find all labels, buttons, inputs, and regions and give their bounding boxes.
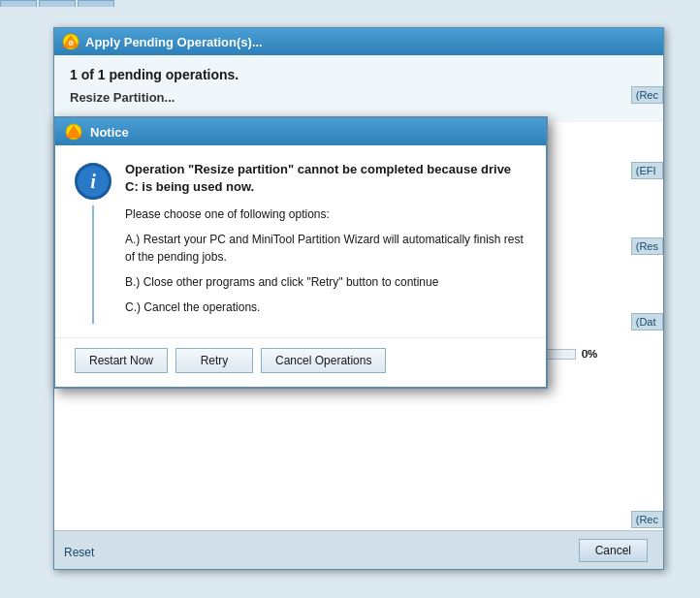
label-dat: (Dat bbox=[631, 313, 663, 330]
notice-title: Notice bbox=[90, 125, 129, 140]
cancel-operations-button[interactable]: Cancel Operations bbox=[261, 348, 386, 373]
notice-body-text: Please choose one of following options: … bbox=[125, 205, 526, 316]
app-background: ⚙ Apply Pending Operation(s)... 1 of 1 p… bbox=[0, 0, 700, 598]
pending-modal-bottom-bar: Reset Cancel bbox=[54, 530, 663, 569]
label-efi: (EFI bbox=[631, 162, 663, 179]
retry-button[interactable]: Retry bbox=[175, 348, 253, 373]
label-res: (Res bbox=[631, 237, 663, 255]
notice-titlebar-icon bbox=[65, 123, 82, 141]
notice-intro: Please choose one of following options: bbox=[125, 205, 526, 223]
label-rec-bottom: (Rec bbox=[631, 511, 663, 528]
notice-icon-column: i bbox=[75, 161, 111, 324]
right-labels: (Rec (EFI (Res (Dat bbox=[631, 86, 663, 332]
label-rec: (Rec bbox=[631, 86, 663, 104]
notice-vertical-line bbox=[92, 205, 94, 324]
cancel-button[interactable]: Cancel bbox=[579, 539, 648, 562]
reset-label: Reset bbox=[64, 546, 94, 559]
progress-label-3: 0% bbox=[582, 348, 597, 360]
pending-modal-titlebar: ⚙ Apply Pending Operation(s)... bbox=[54, 28, 663, 55]
notice-content: Operation "Resize partition" cannot be c… bbox=[125, 161, 526, 324]
pending-subtitle: Resize Partition... bbox=[70, 90, 648, 105]
notice-body: i Operation "Resize partition" cannot be… bbox=[55, 145, 546, 337]
notice-option-c: C.) Cancel the operations. bbox=[125, 299, 526, 316]
notice-option-a: A.) Restart your PC and MiniTool Partiti… bbox=[125, 231, 526, 266]
tab-2[interactable] bbox=[39, 0, 76, 7]
notice-footer: Restart Now Retry Cancel Operations bbox=[55, 337, 546, 387]
notice-title-text: Operation "Resize partition" cannot be c… bbox=[125, 161, 526, 196]
info-icon: i bbox=[75, 163, 111, 200]
pending-modal-icon: ⚙ bbox=[62, 33, 80, 50]
notice-dialog: Notice i Operation "Resize partition" ca… bbox=[53, 116, 548, 389]
tab-1[interactable] bbox=[0, 0, 37, 7]
restart-now-button[interactable]: Restart Now bbox=[75, 348, 168, 373]
notice-option-b: B.) Close other programs and click "Retr… bbox=[125, 273, 526, 291]
svg-text:⚙: ⚙ bbox=[68, 40, 74, 47]
pending-modal-title: Apply Pending Operation(s)... bbox=[85, 35, 263, 49]
pending-count: 1 of 1 pending operations. bbox=[70, 67, 648, 82]
pending-modal-body: 1 of 1 pending operations. Resize Partit… bbox=[54, 55, 663, 122]
notice-titlebar: Notice bbox=[55, 118, 546, 145]
top-tabs bbox=[0, 0, 114, 7]
tab-3[interactable] bbox=[78, 0, 114, 7]
